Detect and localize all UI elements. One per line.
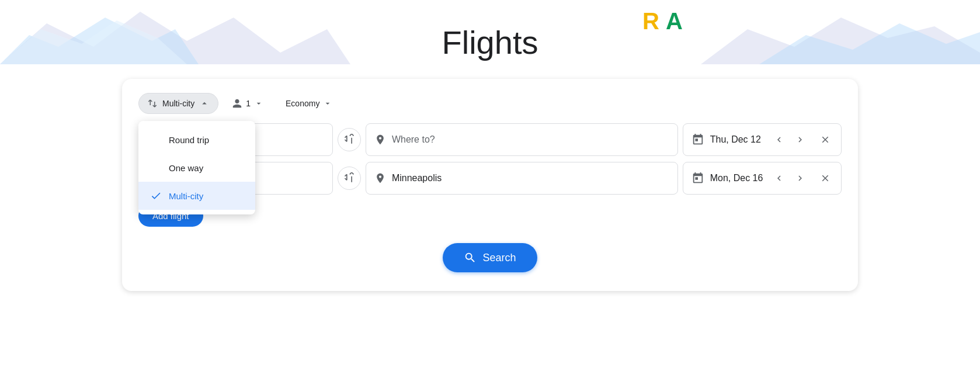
dropdown-item-round-trip[interactable]: Round trip xyxy=(138,126,255,154)
flight-2-swap-button[interactable] xyxy=(338,167,361,190)
flight-1-date-value: Thu, Dec 12 xyxy=(710,134,761,145)
flight-1-date-clear[interactable] xyxy=(818,132,833,147)
dropdown-item-one-way-label: One way xyxy=(169,163,203,173)
flight-2-close-icon xyxy=(820,173,830,183)
class-chevron-icon xyxy=(323,99,332,108)
flight-2-to-input[interactable]: Minneapolis xyxy=(366,162,678,195)
dropdown-item-multi-city[interactable]: Multi-city xyxy=(138,182,255,210)
swap-arrows-icon xyxy=(147,98,158,109)
search-button-label: Search xyxy=(482,252,516,264)
flight-1-date-next[interactable] xyxy=(791,130,809,149)
flight-2-date-prev[interactable] xyxy=(770,169,788,188)
passengers-count: 1 xyxy=(246,99,251,108)
flight-1-calendar-icon xyxy=(691,133,704,146)
page-title: Flights xyxy=(0,0,980,79)
flight-2-calendar-icon xyxy=(691,172,704,185)
passengers-chevron-icon xyxy=(254,99,263,108)
trip-type-button[interactable]: Multi-city xyxy=(138,93,218,114)
flight-1-to-placeholder: Where to? xyxy=(392,134,435,145)
dropdown-item-multi-city-label: Multi-city xyxy=(169,191,203,201)
one-way-check-placeholder xyxy=(150,162,162,174)
dropdown-item-one-way[interactable]: One way xyxy=(138,154,255,182)
multi-city-check-icon xyxy=(150,190,162,202)
flight-2-date-next[interactable] xyxy=(791,169,809,188)
flight-1-close-icon xyxy=(820,134,830,145)
passengers-button[interactable]: 1 xyxy=(223,93,272,114)
flight-2-date-value: Mon, Dec 16 xyxy=(710,173,763,183)
trip-type-label: Multi-city xyxy=(162,99,194,108)
toolbar-row: Multi-city Round trip One way xyxy=(138,93,842,114)
dropdown-item-round-trip-label: Round trip xyxy=(169,135,209,145)
flight-1-date-prev[interactable] xyxy=(770,130,788,149)
chevron-up-icon xyxy=(199,98,210,109)
round-trip-check-placeholder xyxy=(150,134,162,146)
flight-2-date-clear[interactable] xyxy=(818,171,833,186)
flight-1-swap-button[interactable] xyxy=(338,128,361,151)
search-button[interactable]: Search xyxy=(443,243,537,272)
flight-2-chevron-right-icon xyxy=(795,173,805,183)
flight-2-location-pin-icon xyxy=(374,172,386,184)
class-button[interactable]: Economy xyxy=(277,93,341,113)
flight-1-chevron-right-icon xyxy=(795,134,805,145)
class-label: Economy xyxy=(286,99,319,108)
flight-1-date-input[interactable]: Thu, Dec 12 xyxy=(683,123,842,156)
flight-1-location-pin-icon xyxy=(374,134,386,146)
flight-2-date-input[interactable]: Mon, Dec 16 xyxy=(683,162,842,195)
flight-1-swap-icon xyxy=(343,134,355,146)
flight-2-swap-icon xyxy=(343,172,355,184)
flight-1-to-input[interactable]: Where to? xyxy=(366,123,678,156)
search-btn-container: Search xyxy=(138,243,842,272)
search-card: Multi-city Round trip One way xyxy=(122,79,858,291)
flight-1-date-nav xyxy=(770,130,809,149)
flight-1-chevron-left-icon xyxy=(774,134,784,145)
search-icon xyxy=(464,251,477,264)
person-icon xyxy=(232,98,242,109)
trip-type-dropdown: Round trip One way Multi-city xyxy=(138,121,255,214)
flight-2-to-value: Minneapolis xyxy=(392,173,442,183)
flight-2-date-nav xyxy=(770,169,809,188)
flight-2-chevron-left-icon xyxy=(774,173,784,183)
